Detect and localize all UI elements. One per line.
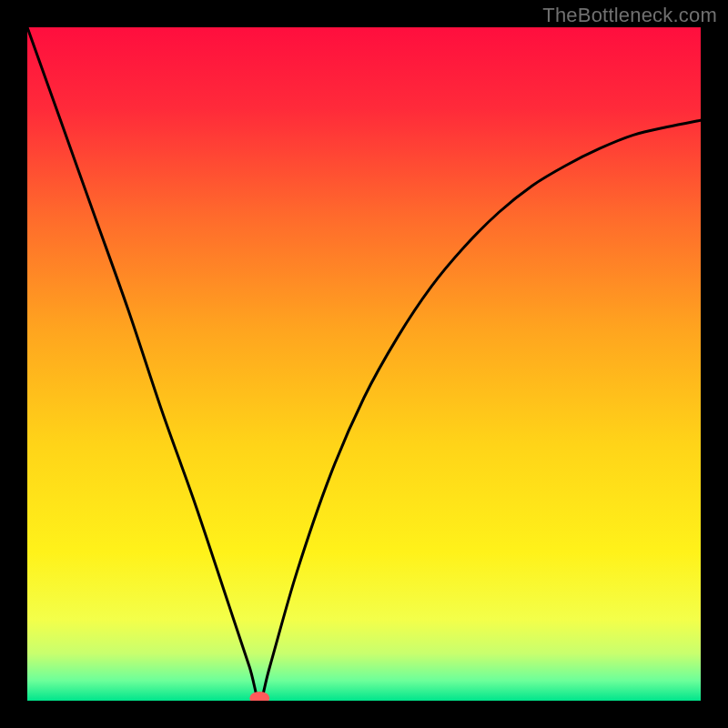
bottleneck-chart	[27, 27, 701, 701]
watermark-text: TheBottleneck.com	[542, 4, 717, 27]
chart-container: TheBottleneck.com	[0, 0, 728, 728]
plot-area	[27, 27, 701, 701]
gradient-background	[27, 27, 701, 701]
